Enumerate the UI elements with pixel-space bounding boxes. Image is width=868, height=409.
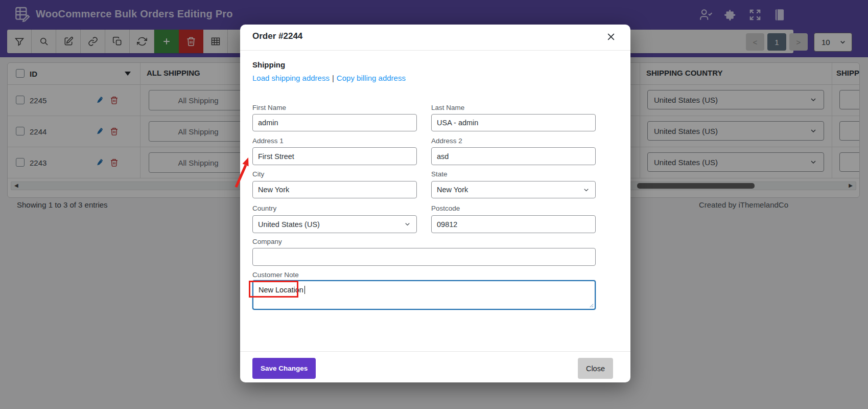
customer-note-label: Customer Note — [252, 271, 596, 279]
customer-note-textarea[interactable]: New Location — [252, 280, 596, 310]
city-label: City — [252, 170, 417, 178]
resize-grip-icon[interactable] — [588, 302, 594, 308]
close-button[interactable]: Close — [578, 358, 613, 379]
country-select[interactable]: United States (US) — [252, 215, 417, 233]
state-label: State — [431, 170, 596, 178]
company-input[interactable] — [252, 248, 596, 266]
address-1-label: Address 1 — [252, 137, 417, 145]
first-name-input[interactable] — [252, 114, 417, 131]
first-name-label: First Name — [252, 104, 417, 111]
order-edit-modal: Order #2244 Shipping Load shipping addre… — [240, 25, 630, 382]
close-icon[interactable] — [606, 32, 616, 42]
last-name-label: Last Name — [431, 104, 596, 111]
postcode-input[interactable] — [431, 215, 596, 233]
annotation-arrow — [231, 151, 262, 192]
company-label: Company — [252, 238, 596, 245]
shipping-section-title: Shipping — [252, 60, 285, 69]
text-cursor — [304, 286, 305, 294]
customer-note-value: New Location — [259, 286, 303, 294]
address-1-input[interactable] — [252, 147, 417, 165]
postcode-label: Postcode — [431, 204, 596, 212]
app-window: WooCommerce Bulk Orders Editing Pro — [0, 0, 868, 409]
last-name-input[interactable] — [431, 114, 596, 131]
modal-title: Order #2244 — [252, 31, 302, 41]
link-separator: | — [330, 74, 337, 82]
save-changes-button[interactable]: Save Changes — [252, 358, 316, 379]
modal-header: Order #2244 — [240, 25, 630, 51]
address-links: Load shipping address|Copy billing addre… — [252, 74, 406, 82]
address-2-input[interactable] — [431, 147, 596, 165]
modal-footer: Save Changes Close — [240, 351, 630, 383]
city-input[interactable] — [252, 181, 417, 198]
copy-billing-address-link[interactable]: Copy billing address — [337, 74, 406, 82]
address-2-label: Address 2 — [431, 137, 596, 145]
load-shipping-address-link[interactable]: Load shipping address — [252, 74, 330, 82]
chevron-down-icon — [404, 220, 411, 228]
state-select[interactable]: New York — [431, 181, 596, 198]
country-label: Country — [252, 204, 417, 212]
chevron-down-icon — [582, 186, 590, 194]
